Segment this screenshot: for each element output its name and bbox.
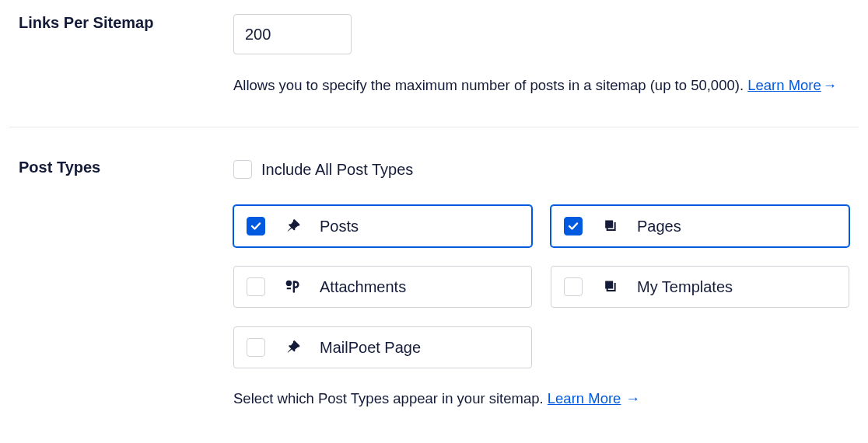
include-all-checkbox[interactable] xyxy=(233,160,252,179)
media-icon xyxy=(282,278,303,295)
post-types-description: Select which Post Types appear in your s… xyxy=(233,390,849,407)
include-all-label: Include All Post Types xyxy=(261,161,413,179)
pin-icon xyxy=(282,218,303,235)
post-type-checkbox-posts[interactable] xyxy=(247,217,265,235)
post-types-label: Post Types xyxy=(19,159,233,176)
post-types-learn-more-link[interactable]: Learn More xyxy=(548,390,621,406)
post-type-checkbox-attachments[interactable] xyxy=(247,277,265,296)
links-per-sitemap-row: Links Per Sitemap Allows you to specify … xyxy=(0,0,868,127)
post-type-label-posts: Posts xyxy=(320,218,359,235)
post-type-label-mailpoet-page: MailPoet Page xyxy=(320,339,421,357)
links-per-sitemap-label: Links Per Sitemap xyxy=(19,14,233,32)
arrow-right-icon: → xyxy=(625,390,640,406)
links-content-col: Allows you to specify the maximum number… xyxy=(233,14,849,99)
pin-icon xyxy=(282,339,303,356)
arrow-right-icon: → xyxy=(823,77,838,93)
post-type-card-posts[interactable]: Posts xyxy=(233,205,532,247)
links-desc-text: Allows you to specify the maximum number… xyxy=(233,77,747,93)
post-types-content-col: Include All Post Types PostsPagesAttachm… xyxy=(233,159,849,407)
stack-icon xyxy=(600,279,620,295)
post-type-checkbox-mailpoet-page[interactable] xyxy=(247,338,265,357)
links-per-sitemap-input[interactable] xyxy=(233,14,352,54)
post-type-checkbox-my-templates[interactable] xyxy=(564,277,583,296)
post-type-card-mailpoet-page[interactable]: MailPoet Page xyxy=(233,326,532,368)
post-type-label-pages: Pages xyxy=(637,218,681,235)
svg-point-0 xyxy=(286,281,292,286)
post-types-grid: PostsPagesAttachmentsMy TemplatesMailPoe… xyxy=(233,205,849,368)
post-type-card-my-templates[interactable]: My Templates xyxy=(551,266,849,308)
post-type-checkbox-pages[interactable] xyxy=(564,217,583,235)
post-type-label-attachments: Attachments xyxy=(320,278,406,296)
stack-icon xyxy=(600,218,620,234)
post-types-label-col: Post Types xyxy=(19,159,233,407)
links-description: Allows you to specify the maximum number… xyxy=(233,72,849,99)
post-type-card-attachments[interactable]: Attachments xyxy=(233,266,532,308)
post-types-row: Post Types Include All Post Types PostsP… xyxy=(0,127,868,407)
post-type-label-my-templates: My Templates xyxy=(637,278,733,296)
post-type-card-pages[interactable]: Pages xyxy=(551,205,849,247)
include-all-row[interactable]: Include All Post Types xyxy=(233,160,849,179)
links-label-col: Links Per Sitemap xyxy=(19,14,233,99)
post-types-desc-text: Select which Post Types appear in your s… xyxy=(233,390,548,406)
links-learn-more-link[interactable]: Learn More xyxy=(747,77,821,93)
svg-rect-1 xyxy=(287,288,292,289)
